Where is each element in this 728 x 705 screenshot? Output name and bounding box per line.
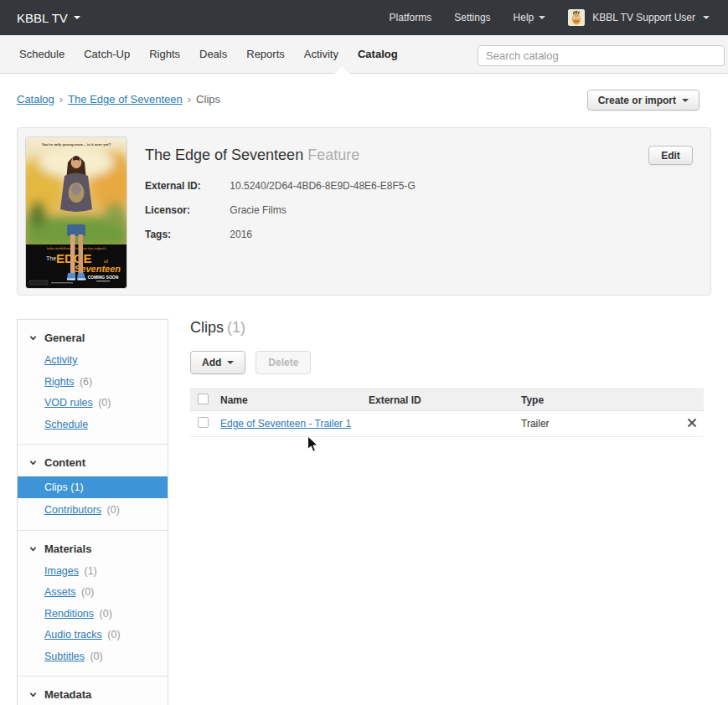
item-count: (0) — [107, 629, 120, 641]
create-or-import-button[interactable]: Create or import — [587, 90, 700, 111]
sidebar-section-header-metadata[interactable]: Metadata — [18, 684, 168, 705]
tab-rights[interactable]: Rights — [149, 48, 180, 60]
sidebar-item-images: Images (1) — [18, 561, 168, 583]
sidebar-item-contributors: Contributors (0) — [18, 500, 168, 522]
clip-link[interactable]: Edge of Seventeen - Trailer 1 — [220, 418, 351, 430]
sidebar-item-rights: Rights (6) — [18, 372, 168, 394]
help-label: Help — [514, 12, 534, 23]
breadcrumb: Catalog›The Edge of Seventeen›Clips — [17, 93, 220, 105]
sidebar-item-clips[interactable]: Clips (1) — [18, 476, 168, 498]
brand-label: KBBL TV — [17, 11, 68, 25]
breadcrumb-catalog-link[interactable]: Catalog — [17, 93, 54, 105]
field-label: External ID: — [145, 180, 227, 192]
sidebar-item-assets: Assets (0) — [18, 582, 168, 604]
add-label: Add — [202, 357, 221, 368]
add-button[interactable]: Add — [190, 351, 245, 374]
edit-label: Edit — [661, 150, 680, 162]
title-name: The Edge of Seventeen — [145, 147, 303, 163]
cursor-arrow-icon — [307, 435, 319, 454]
field-value: 2016 — [230, 229, 252, 240]
sidebar-link[interactable]: Contributors — [44, 504, 101, 516]
field-tags: Tags: 2016 — [145, 229, 252, 240]
section-tabs: Schedule Catch-Up Rights Deals Reports A… — [19, 48, 398, 60]
sidebar-section-materials: Materials Images (1) Assets (0) Renditio… — [18, 530, 168, 677]
chevron-down-icon — [227, 361, 234, 364]
sidebar-section-header-content[interactable]: Content — [18, 452, 168, 475]
section-title: General — [44, 332, 85, 344]
user-name-label: KBBL TV Support User — [592, 12, 695, 23]
column-header-name: Name — [220, 394, 369, 406]
section-title: Content — [44, 456, 85, 469]
chevron-down-icon — [29, 691, 37, 698]
field-value: Gracie Films — [230, 204, 286, 216]
field-value: 10.5240/2D64-4BD6-8E9D-48E6-E8F5-G — [230, 180, 415, 192]
column-header-type: Type — [521, 394, 674, 406]
brand-menu[interactable]: KBBL TV — [17, 11, 80, 25]
sidebar-link[interactable]: Assets — [44, 586, 76, 598]
sidebar-link[interactable]: Rights — [44, 376, 74, 388]
sidebar-link[interactable]: Subtitles — [44, 651, 85, 662]
search-input[interactable] — [478, 45, 725, 66]
sidebar-section-metadata: Metadata Editorial Production — [18, 676, 168, 705]
sidebar-item-activity: Activity — [18, 350, 168, 372]
tab-catch-up[interactable]: Catch-Up — [84, 48, 130, 60]
item-count: (0) — [81, 586, 94, 598]
close-icon — [687, 418, 697, 428]
mouse-cursor — [307, 435, 319, 457]
poster-artwork: You're only young once... is it over yet… — [26, 137, 126, 288]
tab-reports[interactable]: Reports — [246, 48, 285, 60]
tab-activity[interactable]: Activity — [304, 48, 338, 60]
nav-item-settings[interactable]: Settings — [454, 12, 490, 23]
select-all-checkbox[interactable] — [198, 394, 209, 404]
tab-deals[interactable]: Deals — [199, 48, 227, 60]
page-title: Clips(1) — [190, 319, 704, 337]
title-heading: The Edge of SeventeenFeature — [145, 147, 359, 164]
sidebar-section-header-materials[interactable]: Materials — [18, 538, 168, 561]
sidebar-item-audio-tracks: Audio tracks (0) — [18, 625, 168, 646]
title-type-badge: Feature — [307, 147, 359, 163]
sidebar-link[interactable]: Schedule — [44, 419, 88, 430]
item-count: (0) — [100, 608, 112, 620]
row-checkbox[interactable] — [198, 417, 209, 428]
edit-button[interactable]: Edit — [648, 146, 693, 165]
sidebar-link[interactable]: Audio tracks — [44, 629, 102, 641]
sidebar-link[interactable]: Activity — [44, 354, 78, 366]
sidebar-item-renditions: Renditions (0) — [18, 604, 168, 625]
user-avatar-image — [568, 9, 585, 26]
field-label: Tags: — [145, 229, 227, 240]
nav-item-help[interactable]: Help — [514, 12, 546, 23]
field-licensor: Licensor: Gracie Films — [145, 204, 287, 216]
breadcrumb-title-link[interactable]: The Edge of Seventeen — [68, 93, 183, 105]
delete-button[interactable]: Delete — [256, 351, 311, 374]
sidebar-item-vod-rules: VOD rules (0) — [18, 393, 168, 414]
breadcrumb-current: Clips — [196, 93, 220, 105]
chevron-down-icon — [682, 99, 689, 102]
chevron-down-icon — [29, 459, 37, 466]
sidebar-link[interactable]: VOD rules — [44, 397, 93, 409]
user-menu[interactable]: KBBL TV Support User — [568, 9, 710, 26]
table-row: Edge of Seventeen - Trailer 1 Trailer — [190, 411, 704, 437]
item-count: (1) — [84, 565, 96, 577]
page-title-text: Clips — [190, 319, 224, 336]
main-content: Clips(1) Add Delete Name External ID Typ… — [190, 319, 704, 437]
item-count: (0) — [90, 651, 102, 662]
svg-text:You're only young once... is i: You're only young once... is it over yet… — [42, 142, 111, 147]
tab-schedule[interactable]: Schedule — [19, 48, 65, 60]
chevron-down-icon — [74, 16, 80, 19]
svg-text:COMING SOON: COMING SOON — [88, 275, 119, 280]
chevron-down-icon — [703, 16, 710, 19]
clips-table: Name External ID Type Edge of Seventeen … — [190, 389, 704, 437]
sidebar-link: Clips — [44, 481, 68, 493]
sidebar-section-header-general[interactable]: General — [18, 327, 168, 350]
sidebar-link[interactable]: Renditions — [44, 608, 94, 620]
chevron-down-icon — [29, 334, 37, 342]
item-count: (0) — [107, 504, 120, 516]
tab-catalog[interactable]: Catalog — [358, 48, 398, 60]
nav-item-platforms[interactable]: Platforms — [390, 12, 432, 23]
item-count: (0) — [98, 397, 111, 409]
item-count: (6) — [80, 376, 92, 388]
sidebar-link[interactable]: Images — [44, 565, 79, 577]
remove-clip-button[interactable] — [687, 418, 697, 428]
title-info-panel: You're only young once... is it over yet… — [17, 127, 711, 296]
breadcrumb-separator: › — [188, 93, 191, 105]
